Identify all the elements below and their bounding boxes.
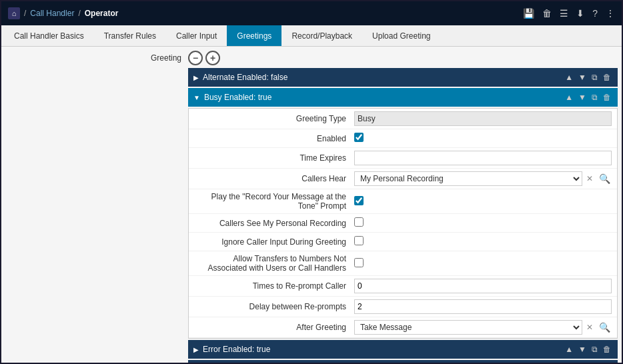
- tab-greetings[interactable]: Greetings: [227, 25, 281, 46]
- enabled-row: Enabled: [189, 129, 617, 148]
- greeting-controls: − +: [188, 51, 618, 65]
- enabled-checkbox[interactable]: [354, 133, 364, 142]
- ignore-input-checkbox[interactable]: [354, 236, 364, 245]
- delay-reprompt-input[interactable]: [354, 299, 612, 314]
- download-icon[interactable]: ⬇: [576, 8, 584, 19]
- sep2: /: [78, 9, 80, 18]
- busy-up-btn[interactable]: ▲: [564, 91, 574, 103]
- callers-see-row: Callers See My Personal Recording: [189, 214, 617, 233]
- allow-transfers-checkbox[interactable]: [354, 258, 364, 267]
- list-icon[interactable]: ☰: [560, 8, 568, 19]
- tab-transfer-rules[interactable]: Transfer Rules: [94, 25, 166, 46]
- busy-label: Busy Enabled: true: [204, 93, 564, 102]
- enabled-label: Enabled: [194, 134, 354, 143]
- busy-form: Greeting Type Enabled Time Expires: [188, 108, 618, 339]
- error-label: Error Enabled: true: [203, 345, 564, 354]
- tab-upload-greeting[interactable]: Upload Greeting: [362, 25, 440, 46]
- error-up-btn[interactable]: ▲: [564, 343, 574, 355]
- breadcrumb-operator: Operator: [85, 9, 119, 18]
- callers-hear-row: Callers Hear My Personal Recording ✕ 🔍: [189, 169, 617, 189]
- save-icon[interactable]: 💾: [523, 8, 534, 19]
- busy-delete-btn[interactable]: 🗑: [602, 91, 612, 103]
- error-copy-btn[interactable]: ⧉: [590, 343, 599, 355]
- time-expires-control: [354, 151, 612, 165]
- after-greeting-label: After Greeting: [194, 323, 354, 332]
- time-expires-input[interactable]: [354, 151, 612, 165]
- delay-reprompt-label: Delay between Re-prompts: [194, 302, 354, 311]
- play-prompt-label: Play the "Record Your Message at the Ton…: [194, 192, 354, 211]
- top-bar: ⌂ / Call Handler / Operator 💾 🗑 ☰ ⬇ ? ⋮: [1, 1, 622, 25]
- sep1: /: [24, 9, 26, 18]
- add-greeting-button[interactable]: +: [205, 51, 220, 65]
- right-panel: − + ▶ Alternate Enabled: false ▲ ▼ ⧉ 🗑 ▼…: [188, 47, 622, 363]
- after-greeting-select[interactable]: Take Message: [354, 320, 582, 335]
- delete-icon[interactable]: 🗑: [542, 8, 552, 19]
- delay-reprompt-control: [354, 299, 612, 314]
- times-reprompt-input[interactable]: [354, 279, 612, 293]
- allow-transfers-row: Allow Transfers to Numbers Not Associate…: [189, 251, 617, 276]
- alternate-copy-btn[interactable]: ⧉: [590, 71, 599, 83]
- callers-see-checkbox[interactable]: [354, 217, 364, 227]
- times-reprompt-label: Times to Re-prompt Caller: [194, 281, 354, 291]
- ignore-input-row: Ignore Caller Input During Greeting: [189, 233, 617, 251]
- times-reprompt-control: [354, 279, 612, 293]
- busy-chevron: ▼: [193, 94, 200, 101]
- breadcrumb-call-handler[interactable]: Call Handler: [30, 9, 74, 18]
- after-greeting-clear-btn[interactable]: ✕: [585, 323, 594, 332]
- callers-see-control: [354, 217, 612, 229]
- tab-call-handler-basics[interactable]: Call Handler Basics: [4, 25, 94, 46]
- play-prompt-control: [354, 196, 612, 207]
- tab-bar: Call Handler Basics Transfer Rules Calle…: [1, 25, 622, 47]
- greeting-row-error[interactable]: ▶ Error Enabled: true ▲ ▼ ⧉ 🗑: [188, 340, 618, 359]
- enabled-control: [354, 133, 612, 144]
- time-expires-label: Time Expires: [194, 153, 354, 163]
- busy-row-actions: ▲ ▼ ⧉ 🗑: [564, 91, 612, 103]
- tab-caller-input[interactable]: Caller Input: [166, 25, 227, 46]
- alternate-delete-btn[interactable]: 🗑: [602, 71, 612, 83]
- error-down-btn[interactable]: ▼: [577, 343, 588, 355]
- callers-hear-select[interactable]: My Personal Recording: [354, 171, 582, 186]
- greeting-row-busy[interactable]: ▼ Busy Enabled: true ▲ ▼ ⧉ 🗑: [188, 88, 618, 107]
- collapse-all-button[interactable]: −: [188, 51, 203, 65]
- alternate-chevron: ▶: [193, 74, 199, 81]
- tab-record-playback[interactable]: Record/Playback: [281, 25, 362, 46]
- help-icon[interactable]: ?: [592, 8, 598, 19]
- more-icon[interactable]: ⋮: [606, 8, 615, 19]
- play-prompt-row: Play the "Record Your Message at the Ton…: [189, 189, 617, 214]
- home-icon[interactable]: ⌂: [8, 7, 20, 19]
- greeting-label-area: Greeting: [1, 47, 188, 363]
- error-row-actions: ▲ ▼ ⧉ 🗑: [564, 343, 612, 355]
- alternate-up-btn[interactable]: ▲: [564, 71, 574, 83]
- callers-hear-control: My Personal Recording ✕ 🔍: [354, 171, 612, 186]
- greeting-label: Greeting: [151, 53, 181, 63]
- alternate-label: Alternate Enabled: false: [203, 73, 564, 82]
- callers-hear-clear-btn[interactable]: ✕: [585, 174, 594, 183]
- top-bar-actions: 💾 🗑 ☰ ⬇ ? ⋮: [523, 8, 615, 19]
- bottom-rows: ▶ Error Enabled: true ▲ ▼ ⧉ 🗑 ▶ Internal…: [188, 340, 618, 363]
- callers-hear-search-btn[interactable]: 🔍: [597, 171, 612, 186]
- greeting-type-input[interactable]: [354, 111, 612, 126]
- busy-copy-btn[interactable]: ⧉: [590, 91, 599, 103]
- greeting-row-alternate[interactable]: ▶ Alternate Enabled: false ▲ ▼ ⧉ 🗑: [188, 68, 618, 87]
- callers-hear-label: Callers Hear: [194, 174, 354, 183]
- breadcrumb-area: ⌂ / Call Handler / Operator: [8, 7, 118, 19]
- allow-transfers-control: [354, 258, 612, 269]
- ignore-input-control: [354, 236, 612, 247]
- delay-reprompt-row: Delay between Re-prompts: [189, 297, 617, 317]
- error-chevron: ▶: [193, 346, 199, 353]
- greeting-type-row: Greeting Type: [189, 109, 617, 129]
- callers-see-label: Callers See My Personal Recording: [194, 219, 354, 228]
- app-window: ⌂ / Call Handler / Operator 💾 🗑 ☰ ⬇ ? ⋮ …: [0, 0, 623, 364]
- greeting-type-label: Greeting Type: [194, 114, 354, 123]
- times-reprompt-row: Times to Re-prompt Caller: [189, 276, 617, 297]
- error-delete-btn[interactable]: 🗑: [602, 343, 612, 355]
- after-greeting-search-btn[interactable]: 🔍: [597, 320, 612, 335]
- alternate-down-btn[interactable]: ▼: [577, 71, 588, 83]
- greeting-type-control: [354, 111, 612, 126]
- time-expires-row: Time Expires: [189, 148, 617, 169]
- allow-transfers-label: Allow Transfers to Numbers Not Associate…: [194, 254, 354, 273]
- after-greeting-row: After Greeting Take Message ✕ 🔍: [189, 317, 617, 338]
- greeting-row-internal[interactable]: ▶ Internal Enabled: false ▲ ▼ ⧉ 🗑: [188, 360, 618, 363]
- play-prompt-checkbox[interactable]: [354, 196, 364, 205]
- busy-down-btn[interactable]: ▼: [577, 91, 588, 103]
